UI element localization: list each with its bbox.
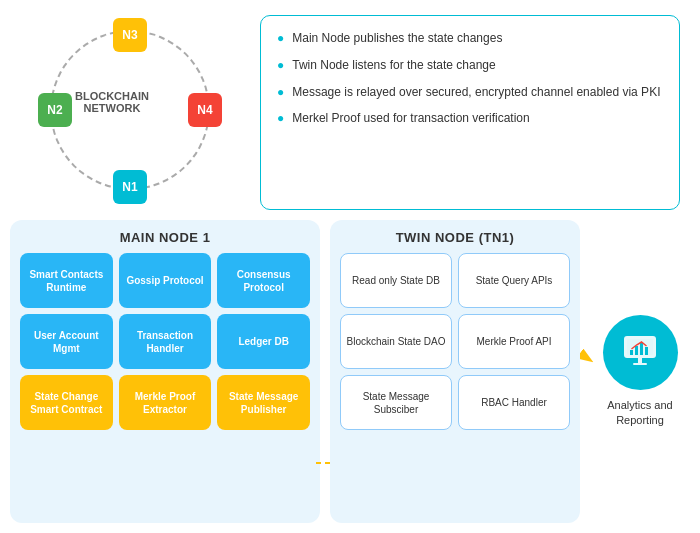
smart-contacts-runtime: Smart Contacts Runtime bbox=[20, 253, 113, 308]
read-only-state-db: Read only State DB bbox=[340, 253, 452, 308]
bottom-section: MAIN NODE 1 Smart Contacts Runtime Gossi… bbox=[0, 220, 700, 533]
node-n3: N3 bbox=[113, 18, 147, 52]
blockchain-network-diagram: BLOCKCHAIN NETWORK N3 N2 N4 N1 bbox=[20, 10, 240, 210]
info-item-2: Twin Node listens for the state change bbox=[277, 57, 663, 74]
info-item-3: Message is relayed over secured, encrypt… bbox=[277, 84, 663, 101]
analytics-circle bbox=[603, 315, 678, 390]
state-change-smart-contract: State Change Smart Contract bbox=[20, 375, 113, 430]
main-node-grid: Smart Contacts Runtime Gossip Protocol C… bbox=[20, 253, 310, 430]
gossip-protocol: Gossip Protocol bbox=[119, 253, 212, 308]
analytics-box: Analytics and Reporting bbox=[590, 220, 690, 523]
svg-rect-6 bbox=[630, 350, 633, 355]
info-item-1: Main Node publishes the state changes bbox=[277, 30, 663, 47]
svg-rect-7 bbox=[635, 346, 638, 355]
user-account-mgmt: User Account Mgmt bbox=[20, 314, 113, 369]
svg-rect-11 bbox=[633, 363, 647, 365]
svg-rect-8 bbox=[640, 343, 643, 355]
ledger-db: Ledger DB bbox=[217, 314, 310, 369]
node-n4: N4 bbox=[188, 93, 222, 127]
svg-rect-10 bbox=[638, 358, 642, 363]
transaction-handler: Transaction Handler bbox=[119, 314, 212, 369]
merkle-proof-extractor: Merkle Proof Extractor bbox=[119, 375, 212, 430]
merkle-proof-api: Merkle Proof API bbox=[458, 314, 570, 369]
twin-node-grid: Read only State DB State Query APIs Bloc… bbox=[340, 253, 570, 430]
twin-node-box: TWIN NODE (TN1) Read only State DB State… bbox=[330, 220, 580, 523]
top-section: BLOCKCHAIN NETWORK N3 N2 N4 N1 Main Node… bbox=[0, 0, 700, 220]
analytics-icon bbox=[620, 332, 660, 372]
state-message-publisher: State Message Publisher bbox=[217, 375, 310, 430]
consensus-protocol: Consensus Protocol bbox=[217, 253, 310, 308]
main-node-title: MAIN NODE 1 bbox=[20, 230, 310, 245]
svg-rect-9 bbox=[645, 347, 648, 355]
node-n1: N1 bbox=[113, 170, 147, 204]
main-node-box: MAIN NODE 1 Smart Contacts Runtime Gossi… bbox=[10, 220, 320, 523]
state-query-apis: State Query APIs bbox=[458, 253, 570, 308]
blockchain-state-dao: Blockchain State DAO bbox=[340, 314, 452, 369]
rbac-handler: RBAC Handler bbox=[458, 375, 570, 430]
info-list: Main Node publishes the state changes Tw… bbox=[277, 30, 663, 127]
analytics-label: Analytics and Reporting bbox=[590, 398, 690, 429]
state-message-subscriber: State Message Subsciber bbox=[340, 375, 452, 430]
info-box: Main Node publishes the state changes Tw… bbox=[260, 15, 680, 210]
twin-node-title: TWIN NODE (TN1) bbox=[340, 230, 570, 245]
network-label: BLOCKCHAIN NETWORK bbox=[75, 90, 149, 114]
node-n2: N2 bbox=[38, 93, 72, 127]
info-item-4: Merkel Proof used for transaction verifi… bbox=[277, 110, 663, 127]
